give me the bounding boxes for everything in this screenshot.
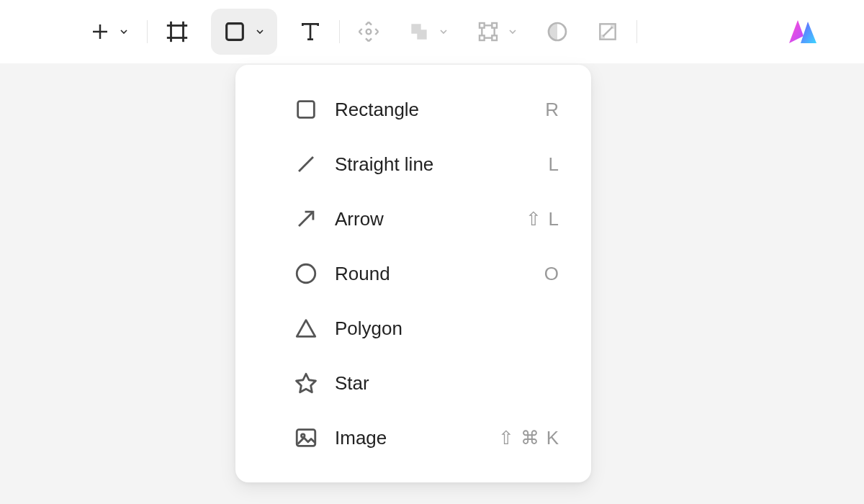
menu-shortcut: ⇧ ⌘ K: [498, 427, 559, 449]
svg-rect-12: [480, 35, 485, 40]
text-tool[interactable]: [287, 9, 333, 55]
menu-label: Polygon: [335, 318, 559, 340]
menu-label: Star: [335, 372, 559, 395]
menu-item-star[interactable]: Star: [235, 356, 591, 410]
separator: [339, 20, 340, 43]
menu-item-round[interactable]: Round O: [235, 246, 591, 301]
svg-rect-6: [227, 24, 243, 40]
chevron-down-icon: [438, 26, 449, 37]
menu-label: Rectangle: [335, 99, 545, 121]
svg-marker-30: [297, 374, 316, 392]
menu-shortcut: O: [544, 263, 559, 285]
mask-icon: [546, 20, 569, 43]
move-icon: [357, 20, 380, 43]
circle-icon: [293, 261, 319, 287]
separator: [636, 20, 637, 43]
shape-tool[interactable]: [211, 9, 277, 55]
menu-label: Arrow: [335, 208, 526, 230]
svg-rect-11: [492, 23, 497, 28]
svg-point-9: [366, 30, 372, 35]
menu-item-image[interactable]: Image ⇧ ⌘ K: [235, 410, 591, 465]
nodes-icon: [477, 20, 500, 43]
svg-line-27: [299, 212, 313, 226]
line-icon: [293, 151, 319, 177]
chevron-down-icon: [254, 26, 266, 37]
path-tool[interactable]: [465, 9, 530, 55]
shape-dropdown: Rectangle R Straight line L Arrow ⇧ L Ro…: [235, 65, 591, 482]
menu-shortcut: R: [545, 99, 559, 121]
image-icon: [293, 425, 319, 451]
svg-rect-25: [298, 102, 315, 118]
menu-shortcut: ⇧ L: [526, 208, 559, 230]
rectangle-icon: [293, 96, 319, 122]
arrow-icon: [293, 206, 319, 232]
menu-item-line[interactable]: Straight line L: [235, 137, 591, 192]
svg-marker-29: [297, 320, 315, 337]
frame-icon: [165, 19, 189, 44]
star-icon: [293, 370, 319, 396]
crop-tool[interactable]: [585, 9, 631, 55]
frame-tool[interactable]: [153, 9, 201, 55]
add-tool[interactable]: [78, 9, 141, 55]
menu-label: Round: [335, 263, 544, 285]
menu-item-polygon[interactable]: Polygon: [235, 301, 591, 356]
crop-icon: [596, 20, 619, 43]
boolean-tool[interactable]: [396, 9, 461, 55]
rectangle-icon: [222, 19, 247, 44]
text-icon: [299, 20, 322, 43]
menu-label: Straight line: [335, 153, 549, 176]
plus-icon: [89, 21, 111, 42]
menu-label: Image: [335, 427, 498, 449]
move-tool[interactable]: [346, 9, 392, 55]
separator: [147, 20, 148, 43]
triangle-icon: [293, 315, 319, 341]
svg-rect-23: [601, 35, 605, 38]
svg-line-26: [299, 157, 313, 171]
chevron-down-icon: [507, 26, 518, 37]
svg-rect-24: [611, 25, 614, 29]
mask-tool[interactable]: [534, 9, 580, 55]
svg-rect-10: [480, 23, 485, 28]
union-icon: [408, 20, 431, 43]
menu-shortcut: L: [549, 153, 559, 176]
toolbar: [0, 0, 864, 63]
menu-item-arrow[interactable]: Arrow ⇧ L: [235, 192, 591, 246]
svg-rect-13: [492, 35, 497, 40]
menu-item-rectangle[interactable]: Rectangle R: [235, 82, 591, 137]
chevron-down-icon: [118, 26, 130, 37]
logo-icon: [785, 14, 819, 49]
svg-point-28: [297, 264, 315, 283]
app-logo[interactable]: [783, 13, 821, 50]
